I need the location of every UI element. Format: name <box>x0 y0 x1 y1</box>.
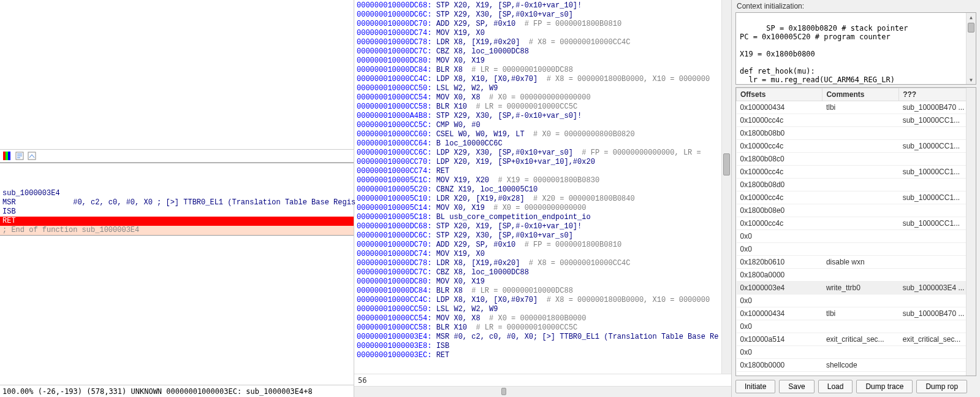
table-cell[interactable]: 0x100000434 <box>737 307 822 320</box>
table-cell[interactable] <box>899 230 976 243</box>
table-cell[interactable]: sub_10000CC1... <box>899 140 976 153</box>
table-cell[interactable]: exit_critical_sec... <box>822 333 899 346</box>
table-cell[interactable] <box>822 217 899 230</box>
table-cell[interactable] <box>822 204 899 217</box>
scroll-thumb[interactable] <box>501 388 506 395</box>
trace-line[interactable]: 000000010000DC84: BLR X8 # LR = 00000001… <box>357 287 729 296</box>
trace-line[interactable]: 000000010000DC80: MOV X0, X19 <box>357 277 729 287</box>
table-cell[interactable]: 0x1800b08e0 <box>737 204 822 217</box>
table-row[interactable]: 0x1800b08e0 <box>737 204 976 217</box>
table-cell[interactable] <box>899 359 976 372</box>
load-button[interactable]: Load <box>818 380 853 393</box>
table-row[interactable]: 0x100000434tlbisub_10000B470 ... <box>737 101 976 114</box>
trace-line[interactable]: 0000000100005C18: BL usb_core_competitio… <box>357 213 729 222</box>
table-row[interactable]: 0x0 <box>737 346 976 359</box>
trace-line[interactable]: 000000010000DC78: LDR X8, [X19,#0x20] # … <box>357 259 729 268</box>
table-row[interactable]: 0x1800a0000 <box>737 269 976 282</box>
table-cell[interactable] <box>822 153 899 166</box>
table-cell[interactable]: 0x10000cc4c <box>737 140 822 153</box>
table-cell[interactable]: 0x0 <box>737 230 822 243</box>
trace-line[interactable]: 000000010000CC58: BLR X10 # LR = 0000000… <box>357 102 729 112</box>
table-cell[interactable]: 0x0 <box>737 243 822 256</box>
table-row[interactable]: 0x1000003e4write_ttrb0sub_1000003E4 ... <box>737 282 976 295</box>
save-button[interactable]: Save <box>779 380 814 393</box>
horizontal-scrollbar[interactable] <box>354 386 731 397</box>
table-cell[interactable]: 0x1800b08b0 <box>737 127 822 140</box>
trace-line[interactable]: 000000010000CC50: LSL W2, W2, W9 <box>357 84 729 93</box>
trace-line[interactable]: 000000010000DC6C: STP X29, X30, [SP,#0x1… <box>357 10 729 20</box>
table-cell[interactable] <box>822 230 899 243</box>
disassembly-listing[interactable]: 000000010000DC68: STP X20, X19, [SP,#-0x… <box>354 0 731 374</box>
table-cell[interactable] <box>822 295 899 307</box>
table-cell[interactable]: 0x1800b08d0 <box>737 179 822 191</box>
table-cell[interactable]: 0x0 <box>737 320 822 333</box>
table-row[interactable]: 0x1800b08c0 <box>737 153 976 166</box>
table-cell[interactable] <box>899 256 976 269</box>
table-cell[interactable] <box>822 166 899 179</box>
table-cell[interactable]: 0x1000003e4 <box>737 282 822 295</box>
trace-line[interactable]: 00000001000003E8: ISB <box>357 342 729 351</box>
table-cell[interactable] <box>899 127 976 140</box>
table-cell[interactable] <box>822 320 899 333</box>
table-cell[interactable]: 0x10000a514 <box>737 333 822 346</box>
initiate-button[interactable]: Initiate <box>735 380 775 393</box>
table-cell[interactable] <box>899 179 976 191</box>
table-cell[interactable]: 0x1800a0000 <box>737 269 822 282</box>
dump-trace-button[interactable]: Dump trace <box>856 380 913 393</box>
table-cell[interactable]: sub_10000B470 ... <box>899 101 976 114</box>
table-cell[interactable]: sub_10000CC1... <box>899 217 976 230</box>
table-row[interactable]: 0x0 <box>737 295 976 307</box>
dump-rop-button[interactable]: Dump rop <box>916 380 967 393</box>
trace-line[interactable]: 000000010000CC60: CSEL W0, W0, W19, LT #… <box>357 130 729 139</box>
scroll-thumb[interactable] <box>723 153 730 175</box>
table-cell[interactable] <box>822 243 899 256</box>
trace-line[interactable]: 000000010000A4B8: STP X29, X30, [SP,#-0x… <box>357 112 729 121</box>
disasm-line[interactable]: MSR #0, c2, c0, #0, X0 ; [>] TTBR0_EL1 (… <box>0 198 354 207</box>
table-row[interactable]: 0x100000434tlbisub_10000B470 ... <box>737 307 976 320</box>
table-row[interactable]: 0x1820b0610disable wxn <box>737 256 976 269</box>
table-cell[interactable]: 0x0 <box>737 346 822 359</box>
table-cell[interactable]: 0x10000cc4c <box>737 114 822 127</box>
note-icon[interactable] <box>15 151 25 161</box>
table-cell[interactable]: sub_1000003E4 ... <box>899 282 976 295</box>
table-cell[interactable]: sub_10000CC1... <box>899 114 976 127</box>
table-cell[interactable]: 0x10000cc4c <box>737 191 822 204</box>
table-row[interactable]: 0x1800b08d0 <box>737 179 976 191</box>
trace-line[interactable]: 000000010000CC54: MOV X0, X8 # X0 = 0000… <box>357 314 729 323</box>
trace-line[interactable]: 000000010000DC80: MOV X0, X19 <box>357 56 729 66</box>
trace-line[interactable]: 000000010000DC70: ADD X29, SP, #0x10 # F… <box>357 20 729 29</box>
table-cell[interactable]: 0x10000cc4c <box>737 217 822 230</box>
palette-icon[interactable] <box>2 151 12 161</box>
highlighted-ret-line[interactable]: RET <box>0 217 354 226</box>
table-cell[interactable] <box>899 295 976 307</box>
trace-line[interactable]: 00000001000003EC: RET <box>357 351 729 360</box>
trace-line[interactable]: 000000010000CC4C: LDP X8, X10, [X0,#0x70… <box>357 75 729 84</box>
trace-line[interactable]: 000000010000DC68: STP X20, X19, [SP,#-0x… <box>357 1 729 10</box>
table-row[interactable]: 0x10000cc4csub_10000CC1... <box>737 191 976 204</box>
trace-line[interactable]: 000000010000CC6C: LDP X29, X30, [SP,#0x1… <box>357 148 729 158</box>
table-cell[interactable]: sub_10000B470 ... <box>899 307 976 320</box>
col-unknown[interactable]: ??? <box>899 88 976 101</box>
trace-line[interactable]: 0000000100005C10: LDR X20, [X19,#0x28] #… <box>357 195 729 204</box>
table-cell[interactable]: disable wxn <box>822 256 899 269</box>
trace-line[interactable]: 000000010000CC5C: CMP W0, #0 <box>357 121 729 130</box>
col-comments[interactable]: Comments <box>822 88 899 101</box>
table-row[interactable]: 0x1800b08b0 <box>737 127 976 140</box>
left-disasm-block[interactable]: sub_1000003E4 MSR #0, c2, c0, #0, X0 ; [… <box>0 163 354 236</box>
table-cell[interactable]: 0x100000434 <box>737 101 822 114</box>
trace-line[interactable]: 000000010000CC74: RET <box>357 167 729 176</box>
table-cell[interactable]: sub_10000CC1... <box>899 166 976 179</box>
textarea-scrollbar[interactable]: ▲▼ <box>966 13 976 84</box>
table-cell[interactable] <box>899 243 976 256</box>
table-scrollbar[interactable] <box>966 88 976 376</box>
trace-line[interactable]: 000000010000CC4C: LDP X8, X10, [X0,#0x70… <box>357 296 729 305</box>
table-cell[interactable]: 0x10000cc4c <box>737 166 822 179</box>
table-row[interactable]: 0x0 <box>737 230 976 243</box>
table-cell[interactable] <box>822 191 899 204</box>
table-cell[interactable] <box>899 320 976 333</box>
table-row[interactable]: 0x10000cc4csub_10000CC1... <box>737 166 976 179</box>
table-row[interactable]: 0x10000cc4csub_10000CC1... <box>737 140 976 153</box>
table-cell[interactable] <box>822 127 899 140</box>
trace-line[interactable]: 000000010000CC70: LDP X20, X19, [SP+0x10… <box>357 158 729 167</box>
table-cell[interactable]: tlbi <box>822 307 899 320</box>
